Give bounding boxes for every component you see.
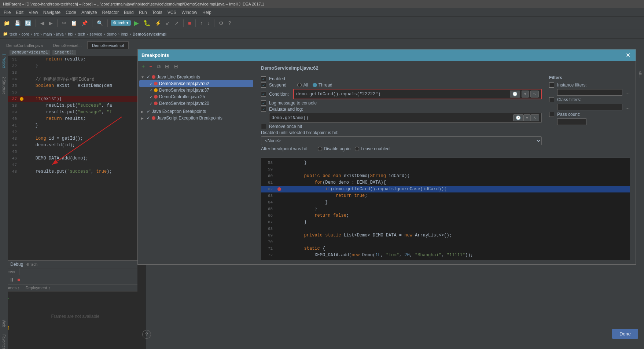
bc-java[interactable]: java [56, 32, 63, 36]
disable-again-radio[interactable]: Disable again [318, 146, 350, 151]
toolbar-vcs2[interactable]: ↓ [206, 19, 211, 27]
log-message-checkbox[interactable] [261, 100, 266, 106]
sidebar-project[interactable]: 1:Project [1, 52, 7, 69]
deployment-tab[interactable]: Deployment ↕ [23, 284, 53, 291]
menu-refactor[interactable]: Refactor [100, 9, 121, 16]
tab-democontroller[interactable]: DemoController.java [1, 41, 48, 49]
bc-demoserviceimpl[interactable]: DemoServiceImpl [133, 32, 166, 36]
tab-demoservicei[interactable]: DemoServiceI... [48, 41, 87, 49]
bp-expand-button[interactable]: ⊞ [163, 63, 171, 70]
tree-item-62[interactable]: ✓ DemoServiceImpl.java:62 [139, 80, 253, 87]
condition-history-button[interactable]: 🕐 [510, 91, 520, 98]
sidebar-favorites[interactable]: Favorites [2, 334, 6, 349]
menu-edit[interactable]: Edit [14, 9, 26, 16]
toolbar-step-over[interactable]: ⚡ [154, 19, 163, 27]
bc-core[interactable]: core [21, 32, 29, 36]
condition-checkbox[interactable] [261, 92, 266, 97]
bc-tech2[interactable]: tech [78, 32, 85, 36]
toolbar-vcs1[interactable]: ↑ [199, 19, 204, 27]
toolbar-stop[interactable]: ■ [187, 19, 192, 27]
menu-vcs[interactable]: VCS [165, 9, 179, 16]
toolbar-paste[interactable]: 📌 [80, 19, 89, 27]
tree-java-line-group[interactable]: ▼ ✓ Java Line Breakpoints [139, 74, 253, 80]
tree-item-37[interactable]: ✓ DemoServiceImpl.java:37 [139, 87, 253, 93]
bc-hbi[interactable]: hbi [68, 32, 73, 36]
bc-demo[interactable]: demo [107, 32, 117, 36]
toolbar-debug[interactable]: 🐛 [142, 19, 152, 27]
condition-dropdown-button[interactable]: ▾ [522, 91, 529, 98]
bc-impl[interactable]: impl [121, 32, 128, 36]
instance-filter-expand[interactable]: ... [625, 89, 630, 95]
instance-filter-input[interactable] [557, 89, 622, 96]
bc-src[interactable]: src [34, 32, 39, 36]
nav-demoserviceimpl[interactable]: DemoServiceImpl [10, 50, 50, 55]
help-button[interactable]: ? [142, 330, 151, 339]
class-filter-checkbox[interactable] [549, 97, 554, 102]
enabled-checkbox[interactable] [261, 76, 266, 81]
pass-count-checkbox[interactable] [549, 112, 554, 117]
menu-view[interactable]: View [26, 9, 40, 16]
menu-analyze[interactable]: Analyze [79, 9, 99, 16]
sidebar-web[interactable]: Web [1, 318, 7, 328]
toolbar-tech-badge[interactable]: ⚙ tech ▾ [111, 20, 131, 26]
done-button[interactable]: Done [612, 329, 638, 339]
eval-history-button[interactable]: 🕐 [513, 114, 523, 121]
bp-collapse-button[interactable]: ⊟ [172, 63, 180, 70]
menu-run[interactable]: Run [137, 9, 149, 16]
toolbar-copy[interactable]: 📋 [69, 19, 78, 27]
menu-navigate[interactable]: Navigate [41, 9, 63, 16]
menu-code[interactable]: Code [63, 9, 78, 16]
sidebar-structure[interactable]: 2:Structure [1, 75, 7, 96]
bp-copy-button[interactable]: ⧉ [155, 63, 162, 70]
bp-add-button[interactable]: + [140, 62, 146, 70]
evaluate-log-checkbox[interactable] [261, 107, 266, 112]
toolbar-run[interactable]: ▶ [132, 18, 140, 28]
suspend-thread-radio[interactable]: Thread [313, 82, 332, 88]
menu-window[interactable]: Window [179, 9, 199, 16]
toolbar-step-out[interactable]: ↗ [173, 19, 180, 27]
tree-js-exception-group[interactable]: ▶ ✓ JavaScript Exception Breakpoints [139, 115, 253, 121]
debug-stop[interactable]: ■ [16, 276, 21, 283]
suspend-all-radio[interactable]: All [297, 82, 308, 88]
toolbar-step-into[interactable]: ↙ [164, 19, 172, 27]
evaluate-log-input[interactable] [272, 115, 513, 121]
eval-expand-button[interactable]: ⤡ [531, 114, 539, 121]
nav-insert[interactable]: insert() [52, 50, 76, 55]
bc-main[interactable]: main [43, 32, 52, 36]
bc-service[interactable]: service [89, 32, 102, 36]
editor-line-32: 32 } [8, 63, 145, 69]
class-filter-input[interactable] [557, 104, 622, 110]
disabled-until-select[interactable]: <None> [261, 136, 542, 145]
toolbar-help[interactable]: ? [227, 19, 232, 27]
bp-remove-button[interactable]: − [148, 63, 154, 70]
remove-once-hit-checkbox[interactable] [261, 124, 266, 129]
menu-file[interactable]: File [1, 9, 13, 16]
eval-dropdown-button[interactable]: ▾ [523, 114, 531, 121]
menu-build[interactable]: Build [122, 9, 136, 16]
tab-demoserviceimpl[interactable]: DemoServiceImpl [87, 41, 129, 49]
menu-help[interactable]: Help [200, 9, 214, 16]
class-filter-expand[interactable]: ... [625, 104, 630, 110]
toolbar-cut[interactable]: ✂ [60, 19, 68, 27]
bc-tech[interactable]: tech [10, 32, 17, 36]
pass-count-input[interactable] [557, 118, 586, 125]
condition-input[interactable] [296, 92, 510, 97]
instance-filter-checkbox[interactable] [549, 82, 554, 88]
menu-tools[interactable]: Tools [150, 9, 165, 16]
suspend-checkbox[interactable] [261, 82, 266, 88]
tree-java-exception-group[interactable]: ▶ ✓ Java Exception Breakpoints [139, 108, 253, 115]
toolbar-settings[interactable]: ⚙ [217, 19, 225, 27]
toolbar-forward[interactable]: ▶ [47, 19, 54, 27]
debug-pause[interactable]: ⏸ [8, 276, 15, 283]
dialog-close-button[interactable]: ✕ [624, 52, 632, 59]
condition-expand-button[interactable]: ⤡ [530, 91, 539, 98]
right-tab-stills[interactable]: sti... [638, 71, 642, 78]
tree-item-20[interactable]: ✓ DemoServiceImpl.java:20 [139, 100, 253, 107]
tree-item-25[interactable]: ✓ DemoController.java:25 [139, 93, 253, 100]
toolbar-back[interactable]: ◀ [39, 19, 46, 27]
toolbar-open[interactable]: 📁 [2, 19, 11, 27]
toolbar-save[interactable]: 💾 [13, 19, 22, 27]
leave-enabled-radio[interactable]: Leave enabled [355, 146, 390, 151]
toolbar-refresh[interactable]: 🔄 [23, 19, 33, 27]
toolbar-search[interactable]: 🔍 [95, 19, 104, 27]
